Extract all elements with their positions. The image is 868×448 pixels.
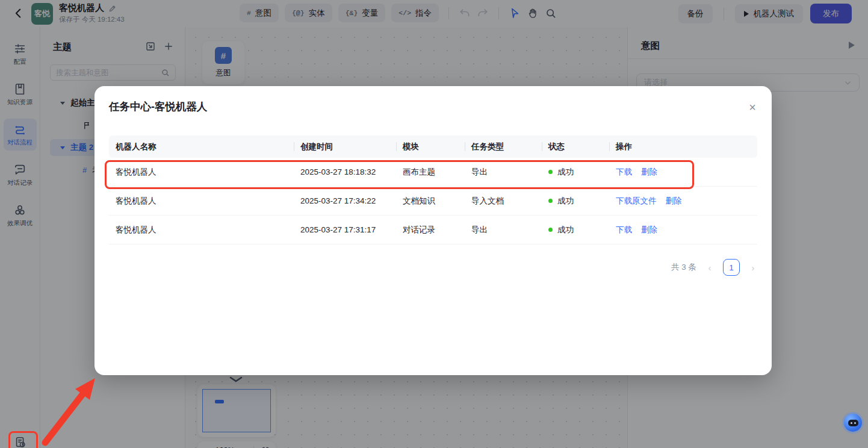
cell-created: 2025-03-27 17:34:22	[294, 196, 396, 205]
cell-module: 画布主题	[396, 167, 465, 178]
assistant-bot-button[interactable]	[844, 414, 862, 432]
cell-module: 文档知识	[396, 196, 465, 207]
cell-robot-name: 客悦机器人	[109, 167, 294, 178]
cell-created: 2025-03-27 17:31:17	[294, 225, 396, 234]
close-icon[interactable]: ×	[745, 101, 760, 115]
delete-link[interactable]: 删除	[666, 196, 682, 207]
col-header-task-type: 任务类型	[465, 135, 542, 158]
cell-module: 对话记录	[396, 225, 465, 235]
download-original-link[interactable]: 下载原文件	[616, 196, 657, 207]
delete-link[interactable]: 删除	[641, 167, 657, 178]
cell-actions: 下载 删除	[609, 167, 757, 178]
total-count: 共 3 条	[671, 262, 696, 273]
task-center-modal: 任务中心-客悦机器人 × 机器人名称 创建时间 模块 任务类型 状态 操作 客悦…	[95, 86, 772, 375]
col-header-status: 状态	[542, 135, 609, 158]
prev-page-icon[interactable]: ‹	[705, 263, 714, 273]
pagination: 共 3 条 ‹ 1 ›	[671, 259, 757, 276]
page-number-button[interactable]: 1	[723, 259, 740, 276]
table-row: 客悦机器人 2025-03-27 17:31:17 对话记录 导出 成功 下载 …	[109, 216, 757, 244]
table-header-row: 机器人名称 创建时间 模块 任务类型 状态 操作	[109, 135, 757, 158]
download-link[interactable]: 下载	[616, 225, 632, 235]
task-table: 机器人名称 创建时间 模块 任务类型 状态 操作 客悦机器人 2025-03-2…	[109, 135, 757, 244]
status-text: 成功	[557, 196, 574, 207]
status-text: 成功	[557, 225, 574, 235]
cell-status: 成功	[542, 196, 609, 207]
cell-task-type: 导出	[465, 225, 542, 235]
status-dot	[548, 170, 553, 174]
cell-status: 成功	[542, 167, 609, 178]
cell-robot-name: 客悦机器人	[109, 225, 294, 235]
robot-face-icon	[848, 420, 858, 426]
modal-title: 任务中心-客悦机器人	[109, 99, 207, 114]
table-row: 客悦机器人 2025-03-27 18:18:32 画布主题 导出 成功 下载 …	[109, 158, 757, 187]
cell-actions: 下载 删除	[609, 225, 757, 235]
table-row: 客悦机器人 2025-03-27 17:34:22 文档知识 导入文档 成功 下…	[109, 187, 757, 216]
cell-task-type: 导入文档	[465, 196, 542, 207]
next-page-icon[interactable]: ›	[749, 263, 757, 273]
download-link[interactable]: 下载	[616, 167, 632, 178]
col-header-created: 创建时间	[294, 135, 396, 158]
delete-link[interactable]: 删除	[641, 225, 657, 235]
cell-status: 成功	[542, 225, 609, 235]
col-header-actions: 操作	[609, 135, 757, 158]
cell-actions: 下载原文件 删除	[609, 196, 757, 207]
status-dot	[548, 228, 553, 232]
col-header-module: 模块	[396, 135, 465, 158]
cell-created: 2025-03-27 18:18:32	[294, 167, 396, 176]
cell-task-type: 导出	[465, 167, 542, 178]
status-dot	[548, 199, 553, 203]
cell-robot-name: 客悦机器人	[109, 196, 294, 207]
status-text: 成功	[557, 167, 574, 178]
col-header-robot-name: 机器人名称	[109, 135, 294, 158]
